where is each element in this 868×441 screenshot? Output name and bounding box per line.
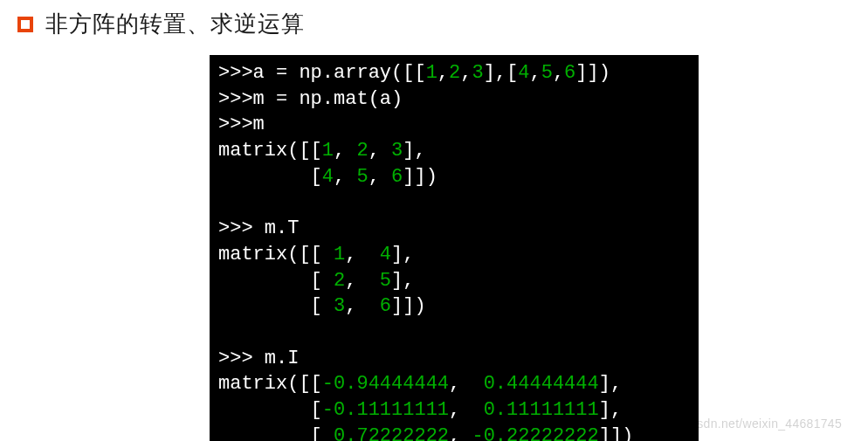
code-number: 0.44444444: [484, 373, 599, 395]
code-text: >>>m: [218, 114, 265, 135]
code-text: ,: [437, 62, 449, 84]
code-number: 2: [334, 270, 345, 292]
bullet-square-icon: [17, 17, 33, 32]
code-text: ],[: [484, 62, 519, 84]
code-block: >>>a = np.array([[1,2,3],[4,5,6]]) >>>m …: [210, 55, 699, 441]
code-number: -0.11111111: [322, 399, 449, 421]
code-number: 0.11111111: [484, 399, 599, 421]
code-text: ,: [369, 140, 391, 162]
code-text: ]]): [403, 166, 437, 188]
code-number: 4: [380, 244, 391, 265]
code-text: [: [218, 295, 334, 317]
heading-row: 非方阵的转置、求逆运算: [17, 9, 851, 39]
code-number: 4: [322, 166, 334, 188]
code-text: [: [218, 399, 322, 421]
code-text: ,: [449, 399, 484, 421]
code-text: [: [218, 425, 334, 441]
code-text: ,: [334, 140, 356, 162]
code-text: >>>m = np.mat(a): [218, 88, 403, 110]
code-text: ,: [449, 373, 484, 395]
code-number: 0.72222222: [334, 425, 449, 441]
code-number: 1: [322, 140, 334, 162]
code-text: ,: [529, 62, 541, 84]
code-number: 6: [380, 295, 391, 317]
code-number: 5: [380, 270, 391, 292]
code-text: ],: [391, 244, 414, 265]
code-number: 1: [334, 244, 345, 265]
code-text: >>> m.T: [218, 217, 299, 239]
code-number: -0.22222222: [472, 425, 598, 441]
code-number: 4: [518, 62, 529, 84]
code-text: [: [218, 270, 334, 292]
code-number: 2: [449, 62, 460, 84]
code-number: 2: [356, 140, 368, 162]
code-text: ,: [553, 62, 564, 84]
code-text: ,: [345, 244, 380, 265]
code-text: ],: [599, 399, 622, 421]
code-text: ],: [403, 140, 425, 162]
code-text: matrix([[: [218, 244, 334, 265]
code-text: matrix([[: [218, 373, 322, 395]
code-number: 3: [334, 295, 345, 317]
code-number: 6: [391, 166, 403, 188]
code-text: ,: [345, 270, 380, 292]
code-text: ,: [334, 166, 356, 188]
code-number: 3: [472, 62, 483, 84]
code-text: ,: [369, 166, 391, 188]
code-text: >>> m.I: [218, 348, 299, 369]
code-text: >>>a = np.array([[: [218, 62, 426, 84]
code-text: ,: [449, 425, 472, 441]
code-text: ]]): [391, 295, 426, 317]
code-text: ,: [460, 62, 472, 84]
code-number: 6: [564, 62, 575, 84]
code-number: 5: [356, 166, 368, 188]
code-number: -0.94444444: [322, 373, 449, 395]
code-text: [: [218, 166, 322, 188]
watermark-text: https://blog.csdn.net/weixin_44681745: [624, 417, 842, 431]
code-text: ]]): [575, 62, 610, 84]
code-number: 3: [391, 140, 403, 162]
code-text: ,: [345, 295, 380, 317]
code-number: 5: [541, 62, 553, 84]
code-text: ],: [599, 373, 622, 395]
heading-title: 非方阵的转置、求逆运算: [45, 9, 305, 39]
code-text: matrix([[: [218, 140, 322, 162]
code-text: ],: [391, 270, 414, 292]
code-number: 1: [426, 62, 437, 84]
